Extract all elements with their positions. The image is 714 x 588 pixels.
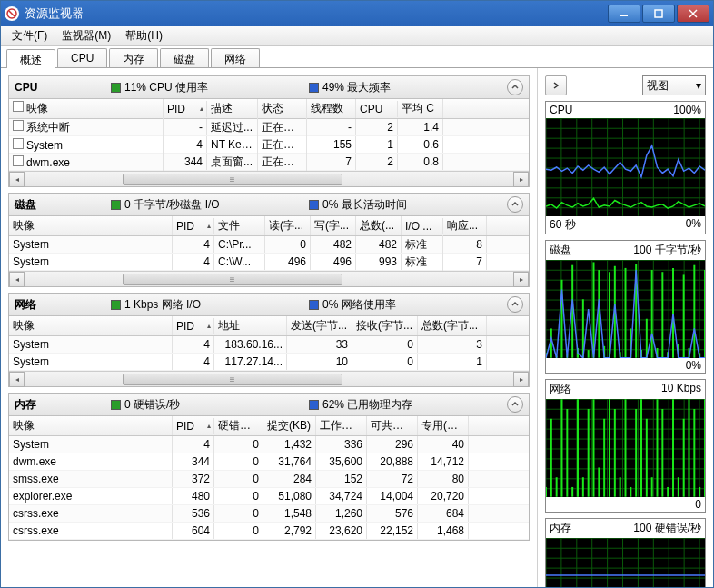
graph-title-left: 内存 (550, 521, 571, 536)
graph-canvas (546, 260, 705, 358)
net-stat2: 0% 网络使用率 (322, 297, 396, 313)
table-row[interactable]: csrss.exe60402,79223,62022,1521,468 (9, 523, 529, 540)
column-header[interactable]: 发送(字节... (287, 316, 352, 335)
tab-memory[interactable]: 内存 (109, 48, 158, 67)
maximize-button[interactable] (642, 5, 675, 23)
view-dropdown[interactable]: 视图 ▾ (642, 75, 706, 95)
cpu-h-scrollbar[interactable]: ◂▸ (9, 171, 529, 186)
tab-cpu[interactable]: CPU (57, 48, 107, 67)
column-header[interactable]: PID (173, 218, 214, 234)
column-header[interactable]: 提交(KB) (263, 416, 316, 435)
table-row[interactable]: explorer.exe480051,08034,72414,00420,720 (9, 488, 529, 505)
table-row[interactable]: csrss.exe53601,5481,260576684 (9, 505, 529, 523)
disk-title: 磁盘 (15, 197, 105, 213)
graph-title-right: 100 硬错误/秒 (633, 521, 701, 536)
table-row[interactable]: System4NT Ker...正在运行15510.6 (9, 136, 529, 154)
column-header[interactable]: CPU (356, 101, 398, 117)
graph-title-left: 网络 (550, 382, 571, 397)
graph-box: 磁盘100 千字节/秒0% (545, 240, 706, 374)
collapse-disk-button[interactable] (507, 196, 523, 213)
column-header[interactable]: I/O ... (402, 218, 443, 234)
cpu-table: 映像PID描述状态线程数CPU平均 C系统中断-延迟过...正在运行-21.4S… (9, 99, 529, 171)
graph-title-right: 100% (673, 104, 701, 116)
table-row[interactable]: 系统中断-延迟过...正在运行-21.4 (9, 119, 529, 136)
checkbox[interactable] (13, 138, 24, 149)
column-header[interactable]: 线程数 (307, 99, 356, 118)
column-header[interactable]: 文件 (214, 216, 265, 235)
column-header[interactable]: PID (164, 101, 207, 117)
table-row[interactable]: System4C:\Pr...0482482标准8 (9, 236, 529, 254)
green-square-icon (111, 300, 121, 310)
column-header[interactable]: 总数(... (356, 216, 402, 235)
graph-box: 内存100 硬错误/秒0 (545, 518, 706, 587)
graph-box: CPU100%60 秒0% (545, 101, 706, 234)
cpu-section: CPU 11% CPU 使用率 49% 最大频率 映像PID描述状态线程数CPU… (8, 75, 530, 187)
column-header[interactable]: 映像 (9, 316, 173, 335)
column-header[interactable]: 读(字... (265, 216, 311, 235)
cpu-stat2: 49% 最大频率 (322, 80, 391, 95)
collapse-cpu-button[interactable] (507, 79, 523, 95)
column-header[interactable]: 工作集(... (316, 416, 367, 435)
menu-help[interactable]: 帮助(H) (118, 26, 170, 45)
tab-network[interactable]: 网络 (211, 48, 260, 67)
table-row[interactable]: dwm.exe344桌面窗...正在运行720.8 (9, 154, 529, 171)
titlebar[interactable]: 资源监视器 (1, 1, 713, 26)
collapse-mem-button[interactable] (507, 396, 523, 413)
graph-canvas (546, 399, 705, 497)
checkbox[interactable] (13, 101, 24, 112)
table-row[interactable]: System4117.27.14...1001 (9, 354, 529, 371)
disk-h-scrollbar[interactable]: ◂▸ (9, 271, 529, 286)
column-header[interactable]: 状态 (258, 99, 307, 118)
graph-title-left: 磁盘 (550, 243, 571, 258)
graph-footer-right: 0 (695, 498, 701, 511)
column-header[interactable]: 平均 C (398, 99, 443, 118)
app-icon (5, 6, 19, 21)
table-row[interactable]: dwm.exe344031,76435,60020,88814,712 (9, 453, 529, 471)
minimize-button[interactable] (608, 5, 640, 23)
table-row[interactable]: smss.exe37202841527280 (9, 471, 529, 488)
column-header[interactable]: 映像 (9, 216, 173, 235)
svg-line-1 (9, 11, 15, 16)
graph-nav-button[interactable] (545, 75, 567, 95)
resource-monitor-window: 资源监视器 文件(F) 监视器(M) 帮助(H) 概述 CPU 内存 磁盘 网络… (0, 0, 714, 588)
table-row[interactable]: System4C:\W...496496993标准7 (9, 254, 529, 271)
menu-file[interactable]: 文件(F) (5, 26, 55, 45)
column-header[interactable]: 总数(字节... (418, 316, 487, 335)
green-square-icon (111, 200, 121, 210)
column-header[interactable]: 地址 (214, 316, 287, 335)
column-header[interactable]: 映像 (9, 416, 173, 435)
tab-bar: 概述 CPU 内存 磁盘 网络 (1, 46, 713, 68)
graph-title-right: 10 Kbps (661, 382, 701, 397)
column-header[interactable]: 响应... (443, 216, 487, 235)
collapse-net-button[interactable] (507, 296, 523, 313)
column-header[interactable]: 可共享(... (367, 416, 418, 435)
memory-section: 内存 0 硬错误/秒 62% 已用物理内存 映像PID硬错误/...提交(KB)… (8, 393, 530, 541)
green-square-icon (111, 400, 121, 410)
column-header[interactable]: 写(字... (311, 216, 356, 235)
checkbox[interactable] (13, 155, 24, 166)
column-header[interactable]: 映像 (9, 99, 164, 118)
checkbox[interactable] (13, 120, 24, 131)
menubar: 文件(F) 监视器(M) 帮助(H) (1, 26, 713, 46)
net-title: 网络 (15, 297, 105, 313)
close-button[interactable] (677, 5, 709, 23)
column-header[interactable]: 描述 (207, 99, 258, 118)
column-header[interactable]: 接收(字节... (352, 316, 418, 335)
column-header[interactable]: PID (173, 418, 214, 434)
disk-section: 磁盘 0 千字节/秒磁盘 I/O 0% 最长活动时间 映像PID文件读(字...… (8, 193, 530, 287)
column-header[interactable]: 专用(KB... (418, 416, 469, 435)
table-row[interactable]: System4183.60.16...3303 (9, 336, 529, 354)
window-title: 资源监视器 (25, 5, 608, 22)
graph-title-left: CPU (550, 104, 572, 116)
column-header[interactable]: 硬错误/... (214, 416, 263, 435)
net-h-scrollbar[interactable]: ◂▸ (9, 371, 529, 386)
cpu-stat1: 11% CPU 使用率 (124, 80, 208, 95)
net-stat1: 1 Kbps 网络 I/O (124, 297, 201, 313)
tab-disk[interactable]: 磁盘 (160, 48, 209, 67)
tab-overview[interactable]: 概述 (6, 49, 55, 68)
blue-square-icon (309, 400, 319, 410)
left-pane: CPU 11% CPU 使用率 49% 最大频率 映像PID描述状态线程数CPU… (1, 68, 537, 587)
table-row[interactable]: System401,43233629640 (9, 436, 529, 453)
menu-monitor[interactable]: 监视器(M) (55, 26, 118, 45)
column-header[interactable]: PID (173, 318, 214, 334)
